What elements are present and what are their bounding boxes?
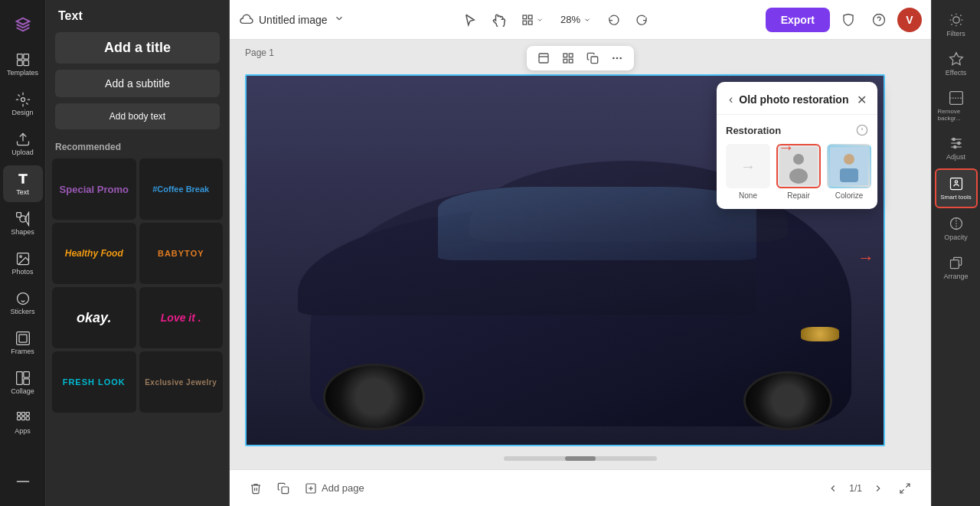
expand-btn[interactable] [894, 478, 916, 499]
svg-rect-15 [23, 372, 29, 378]
svg-rect-24 [523, 15, 527, 19]
colorize-person-svg [830, 147, 868, 185]
select-tool-btn[interactable] [459, 8, 482, 31]
sidebar-label-design: Design [11, 109, 33, 116]
right-tool-smart-tools[interactable]: Smart tools [935, 168, 978, 208]
user-avatar[interactable]: V [897, 8, 922, 32]
add-title-button[interactable]: Add a title [55, 32, 220, 64]
sidebar-item-logo[interactable] [3, 6, 43, 43]
svg-point-48 [789, 168, 808, 184]
right-sidebar: Filters Effects Remove backgr... Adjust … [931, 0, 980, 506]
sidebar-item-shapes[interactable]: Shapes [3, 205, 43, 242]
template-exclusive-jewelry[interactable]: Exclusive Jewelry [139, 351, 224, 413]
sidebar-label-text: Text [16, 188, 29, 196]
svg-rect-27 [528, 21, 532, 24]
svg-rect-25 [528, 15, 532, 19]
topbar-center: 28% [352, 8, 760, 31]
text-panel: Text Add a title Add a subtitle Add body… [46, 0, 230, 506]
canvas-grid-btn[interactable] [557, 49, 579, 67]
svg-point-28 [874, 14, 885, 25]
restoration-panel-header: ‹ Old photo restoration ✕ [717, 82, 877, 115]
svg-point-67 [953, 145, 956, 148]
shield-icon-btn[interactable] [836, 8, 861, 32]
restoration-option-repair[interactable]: Repair [776, 144, 821, 200]
topbar-left: Untitled image [239, 11, 346, 28]
recommended-label: Recommended [46, 132, 229, 158]
sidebar-item-apps[interactable]: Apps [3, 404, 43, 441]
template-special-promo[interactable]: Special Promo [52, 158, 136, 220]
template-coffee-break[interactable]: #Coffee Break [139, 158, 224, 220]
sidebar-item-text[interactable]: Text [3, 165, 43, 202]
topbar-right: Export V [766, 8, 922, 32]
right-tool-remove-bg[interactable]: Remove backgr... [935, 84, 978, 128]
template-loveit[interactable]: Love it . [139, 287, 224, 348]
svg-rect-71 [950, 260, 959, 269]
svg-rect-21 [21, 416, 24, 419]
add-page-button[interactable]: Add page [300, 478, 369, 499]
sidebar-item-photos[interactable]: Photos [3, 245, 43, 282]
canvas-toolbar [527, 46, 634, 70]
zoom-control[interactable]: 28% [554, 11, 597, 28]
svg-point-65 [952, 138, 955, 140]
view-options-btn[interactable] [517, 9, 548, 31]
zoom-level: 28% [560, 14, 580, 25]
template-babytoy[interactable]: BABYTOY [139, 223, 224, 284]
svg-point-10 [19, 256, 21, 258]
restoration-option-none[interactable]: → None [726, 144, 770, 200]
main-area: Untitled image [230, 0, 931, 506]
template-okay[interactable]: okay. [52, 287, 136, 348]
restoration-back-button[interactable]: ‹ [727, 91, 734, 108]
canvas-area: Page 1 [230, 40, 931, 469]
restoration-option-colorize[interactable]: Colorize [827, 144, 871, 200]
restoration-options: → None Repair [726, 144, 868, 200]
right-tool-opacity[interactable]: Opacity [935, 210, 978, 247]
add-body-button[interactable]: Add body text [55, 103, 220, 129]
sidebar-label-templates: Templates [7, 69, 38, 77]
scrollbar-thumb[interactable] [565, 456, 596, 461]
sidebar-item-upload[interactable]: Upload [3, 126, 43, 162]
sidebar-item-more[interactable] [3, 463, 43, 500]
template-healthy-food[interactable]: Healthy Food [52, 223, 136, 284]
doc-title-chevron[interactable] [332, 11, 346, 28]
sidebar-label-upload: Upload [11, 149, 34, 156]
redo-btn[interactable] [631, 9, 652, 31]
export-button[interactable]: Export [766, 8, 830, 32]
add-subtitle-button[interactable]: Add a subtitle [55, 70, 220, 97]
sidebar-item-design[interactable]: Design [3, 86, 43, 122]
restoration-close-button[interactable]: ✕ [857, 93, 867, 107]
text-templates-grid: Special Promo #Coffee Break Healthy Food… [46, 158, 229, 419]
canvas-more-btn[interactable] [606, 49, 628, 67]
hand-tool-btn[interactable] [488, 8, 511, 31]
restoration-panel: ‹ Old photo restoration ✕ Restoration → [717, 82, 877, 209]
svg-point-66 [957, 142, 959, 144]
delete-page-btn[interactable] [245, 478, 266, 499]
right-tool-effects[interactable]: Effects [935, 45, 978, 83]
sidebar-label-frames: Frames [11, 348, 34, 355]
undo-btn[interactable] [603, 9, 625, 31]
next-page-btn[interactable] [868, 478, 888, 498]
svg-rect-68 [950, 178, 962, 190]
help-icon-btn[interactable] [867, 8, 891, 32]
sidebar-item-frames[interactable]: Frames [3, 325, 43, 361]
right-tool-adjust-label: Adjust [946, 153, 965, 161]
canvas-copy-btn[interactable] [582, 49, 603, 67]
right-tool-adjust[interactable]: Adjust [935, 129, 978, 167]
sidebar-item-collage[interactable]: Collage [3, 364, 43, 401]
canvas-layout-btn[interactable] [533, 49, 554, 67]
svg-line-56 [906, 484, 910, 488]
copy-page-btn[interactable] [273, 478, 294, 499]
sidebar-item-stickers[interactable]: Stickers [3, 285, 43, 322]
restoration-thumb-none: → [726, 144, 770, 188]
template-fresh-look[interactable]: FRESH LOOK [52, 351, 136, 413]
prev-page-btn[interactable] [823, 478, 843, 498]
right-tool-filters[interactable]: Filters [935, 6, 978, 44]
svg-marker-59 [949, 53, 962, 65]
add-page-label: Add page [322, 482, 364, 494]
svg-rect-34 [564, 59, 567, 63]
svg-rect-26 [523, 21, 527, 24]
svg-rect-19 [26, 413, 29, 416]
svg-point-50 [844, 154, 854, 165]
sidebar-item-templates[interactable]: Templates [3, 46, 43, 83]
right-tool-arrange[interactable]: Arrange [935, 249, 978, 286]
svg-rect-22 [26, 416, 29, 419]
